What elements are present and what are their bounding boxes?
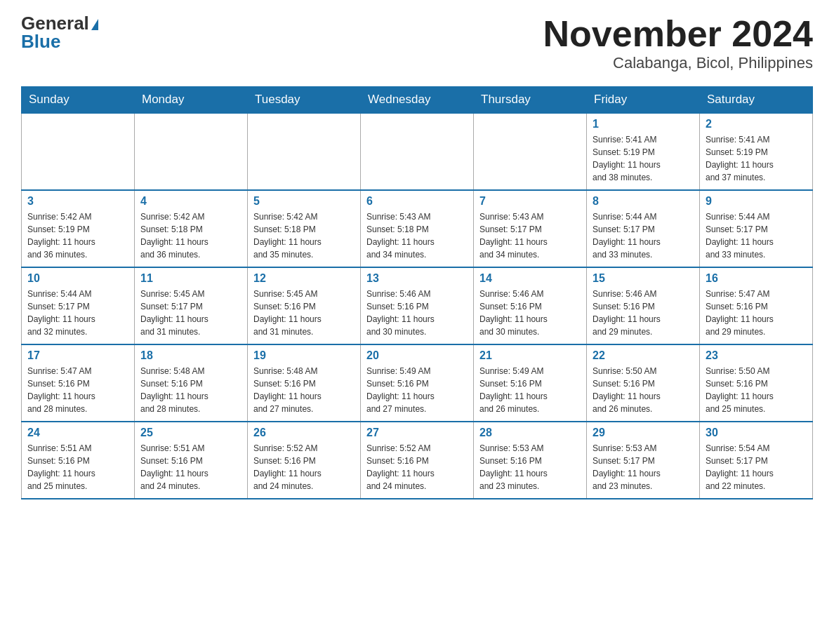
- day-info-line: Sunset: 5:16 PM: [140, 455, 241, 467]
- calendar-cell: [135, 113, 248, 190]
- calendar-cell: 13Sunrise: 5:46 AMSunset: 5:16 PMDayligh…: [361, 267, 474, 344]
- day-info-line: Daylight: 11 hours: [27, 313, 128, 326]
- day-number: 24: [27, 427, 128, 439]
- day-number: 21: [479, 349, 581, 362]
- calendar-table: Sunday Monday Tuesday Wednesday Thursday…: [21, 86, 813, 499]
- day-number: 3: [27, 195, 128, 208]
- calendar-cell: 17Sunrise: 5:47 AMSunset: 5:16 PMDayligh…: [22, 344, 135, 422]
- day-info-line: Sunrise: 5:49 AM: [366, 365, 468, 377]
- day-info-line: Daylight: 11 hours: [140, 467, 241, 480]
- day-info-line: Sunrise: 5:44 AM: [27, 288, 128, 300]
- day-info-line: Sunrise: 5:50 AM: [593, 365, 694, 377]
- day-info-line: Daylight: 11 hours: [706, 313, 807, 326]
- calendar-cell: [474, 113, 587, 190]
- calendar-cell: 14Sunrise: 5:46 AMSunset: 5:16 PMDayligh…: [474, 267, 587, 344]
- weekday-header-row: Sunday Monday Tuesday Wednesday Thursday…: [22, 87, 813, 114]
- day-info-line: Sunrise: 5:54 AM: [706, 442, 807, 455]
- day-info-line: Sunset: 5:18 PM: [366, 223, 468, 236]
- calendar-cell: 9Sunrise: 5:44 AMSunset: 5:17 PMDaylight…: [700, 190, 813, 267]
- day-info-line: and 28 minutes.: [27, 403, 128, 415]
- calendar-cell: 24Sunrise: 5:51 AMSunset: 5:16 PMDayligh…: [22, 422, 135, 499]
- day-info-line: Sunset: 5:16 PM: [140, 377, 241, 390]
- calendar-cell: [248, 113, 361, 190]
- day-info-line: Sunset: 5:16 PM: [706, 300, 807, 313]
- day-info-line: and 24 minutes.: [140, 480, 241, 492]
- day-number: 8: [593, 195, 694, 208]
- day-number: 6: [366, 195, 468, 208]
- day-info-line: Sunset: 5:17 PM: [27, 300, 128, 313]
- day-info-line: Daylight: 11 hours: [706, 236, 807, 248]
- day-info-line: Daylight: 11 hours: [253, 390, 355, 403]
- day-number: 4: [140, 195, 241, 208]
- calendar-week-5: 24Sunrise: 5:51 AMSunset: 5:16 PMDayligh…: [22, 422, 813, 499]
- calendar-cell: 7Sunrise: 5:43 AMSunset: 5:17 PMDaylight…: [474, 190, 587, 267]
- day-info-line: Sunrise: 5:47 AM: [27, 365, 128, 377]
- day-info-line: Daylight: 11 hours: [253, 236, 355, 248]
- logo-blue-text: Blue: [21, 32, 60, 51]
- day-info-line: and 36 minutes.: [140, 248, 241, 261]
- day-info-line: Sunset: 5:16 PM: [366, 300, 468, 313]
- day-number: 20: [366, 349, 468, 362]
- day-info-line: Sunset: 5:17 PM: [706, 223, 807, 236]
- day-info-line: Sunrise: 5:41 AM: [593, 133, 694, 146]
- day-info-line: and 29 minutes.: [593, 326, 694, 338]
- day-info-line: and 33 minutes.: [593, 248, 694, 261]
- day-info-line: Sunrise: 5:51 AM: [27, 442, 128, 455]
- day-info-line: and 29 minutes.: [706, 326, 807, 338]
- day-number: 23: [706, 349, 807, 362]
- calendar-cell: 21Sunrise: 5:49 AMSunset: 5:16 PMDayligh…: [474, 344, 587, 422]
- day-info-line: Daylight: 11 hours: [479, 390, 581, 403]
- day-info-line: Daylight: 11 hours: [140, 236, 241, 248]
- day-info-line: Daylight: 11 hours: [593, 390, 694, 403]
- calendar-cell: 1Sunrise: 5:41 AMSunset: 5:19 PMDaylight…: [587, 113, 700, 190]
- day-info-line: Sunrise: 5:53 AM: [593, 442, 694, 455]
- day-info-line: Daylight: 11 hours: [140, 313, 241, 326]
- day-info-line: and 34 minutes.: [366, 248, 468, 261]
- day-info-line: and 33 minutes.: [706, 248, 807, 261]
- day-info-line: Sunrise: 5:46 AM: [593, 288, 694, 300]
- day-info-line: Sunrise: 5:41 AM: [706, 133, 807, 146]
- day-info-line: and 25 minutes.: [27, 480, 128, 492]
- day-info-line: Sunrise: 5:50 AM: [706, 365, 807, 377]
- day-info-line: Sunrise: 5:53 AM: [479, 442, 581, 455]
- day-info-line: Sunrise: 5:48 AM: [253, 365, 355, 377]
- day-info-line: and 31 minutes.: [140, 326, 241, 338]
- day-info-line: Daylight: 11 hours: [366, 467, 468, 480]
- day-number: 15: [593, 272, 694, 285]
- day-info-line: and 23 minutes.: [479, 480, 581, 492]
- calendar-week-3: 10Sunrise: 5:44 AMSunset: 5:17 PMDayligh…: [22, 267, 813, 344]
- day-info-line: Daylight: 11 hours: [706, 159, 807, 171]
- day-info-line: Sunset: 5:16 PM: [366, 377, 468, 390]
- header-saturday: Saturday: [700, 87, 813, 114]
- day-number: 26: [253, 427, 355, 439]
- day-info-line: Sunset: 5:19 PM: [593, 146, 694, 159]
- logo-general-text: General: [21, 14, 98, 32]
- day-info-line: Sunset: 5:16 PM: [366, 455, 468, 467]
- day-info-line: Daylight: 11 hours: [366, 390, 468, 403]
- day-info-line: Sunset: 5:17 PM: [706, 455, 807, 467]
- day-info-line: Sunset: 5:16 PM: [253, 300, 355, 313]
- day-number: 17: [27, 349, 128, 362]
- header-monday: Monday: [135, 87, 248, 114]
- day-info-line: Sunset: 5:16 PM: [27, 377, 128, 390]
- day-number: 13: [366, 272, 468, 285]
- day-info-line: and 25 minutes.: [706, 403, 807, 415]
- calendar-cell: [22, 113, 135, 190]
- day-info-line: Daylight: 11 hours: [366, 313, 468, 326]
- day-number: 14: [479, 272, 581, 285]
- day-info-line: and 32 minutes.: [27, 326, 128, 338]
- day-number: 9: [706, 195, 807, 208]
- day-info-line: Sunset: 5:18 PM: [140, 223, 241, 236]
- day-info-line: Sunrise: 5:46 AM: [479, 288, 581, 300]
- day-info-line: Daylight: 11 hours: [593, 236, 694, 248]
- day-info-line: Daylight: 11 hours: [479, 313, 581, 326]
- day-info-line: Sunrise: 5:42 AM: [140, 210, 241, 223]
- day-number: 5: [253, 195, 355, 208]
- day-info-line: Sunset: 5:16 PM: [479, 300, 581, 313]
- day-info-line: Daylight: 11 hours: [593, 467, 694, 480]
- calendar-cell: 27Sunrise: 5:52 AMSunset: 5:16 PMDayligh…: [361, 422, 474, 499]
- day-info-line: Daylight: 11 hours: [366, 236, 468, 248]
- day-info-line: Sunset: 5:16 PM: [253, 455, 355, 467]
- day-info-line: Sunrise: 5:46 AM: [366, 288, 468, 300]
- calendar-cell: 26Sunrise: 5:52 AMSunset: 5:16 PMDayligh…: [248, 422, 361, 499]
